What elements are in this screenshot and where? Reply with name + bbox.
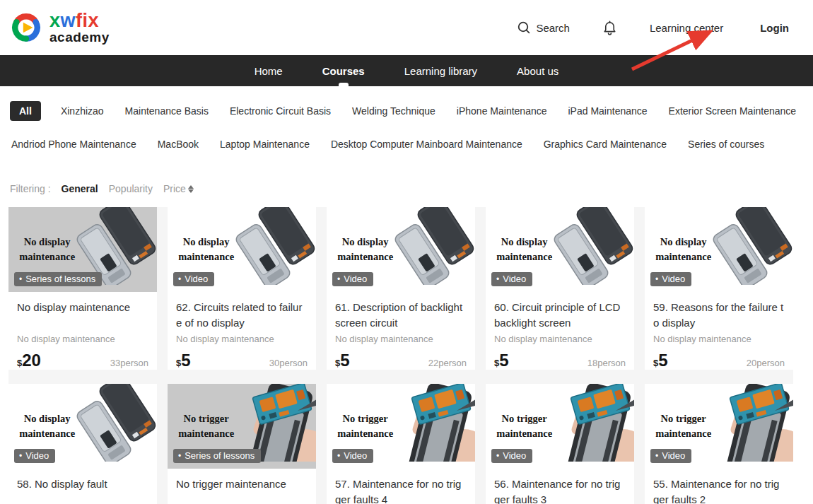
- nav-item-courses[interactable]: Courses: [321, 55, 366, 86]
- course-subtitle: No display maintenance: [494, 334, 626, 344]
- notifications-button[interactable]: [602, 20, 617, 35]
- course-thumbnail: No display maintenance Video: [645, 207, 793, 292]
- course-subtitle: No display maintenance: [335, 334, 467, 344]
- course-card[interactable]: No display maintenance Series of lessons…: [8, 207, 157, 370]
- price-row: $5 20person: [653, 351, 785, 370]
- search-icon: [517, 20, 531, 35]
- search-button[interactable]: Search: [517, 20, 570, 35]
- category-macbook[interactable]: MacBook: [156, 134, 200, 154]
- logo-text: xwfix academy: [49, 11, 110, 45]
- course-card-body: No display maintenance No display mainte…: [8, 292, 157, 370]
- course-card-body: 55. Maintenance for no trigger faults 2 …: [645, 469, 793, 504]
- category-exterior-screen-maintenance[interactable]: Exterior Screen Maintenance: [667, 101, 798, 121]
- price-row: $5 30person: [176, 351, 308, 370]
- course-card-body: 57. Maintenance for no trigger faults 4 …: [327, 469, 475, 504]
- course-type-badge: Video: [332, 449, 373, 463]
- course-thumbnail: No display maintenance Series of lessons: [8, 207, 157, 292]
- header-actions: Search Learning center Login: [517, 20, 789, 35]
- category-graphics-card-maintenance[interactable]: Graphics Card Maintenance: [542, 134, 668, 154]
- course-enrollment: 20person: [747, 358, 785, 368]
- brand-name: xwfix: [49, 11, 110, 30]
- nav-item-home[interactable]: Home: [253, 55, 284, 86]
- course-title: 58. No display fault: [17, 476, 148, 504]
- course-type-badge: Video: [491, 449, 532, 463]
- course-card-body: No trigger maintenance No trigger mainte…: [168, 469, 316, 504]
- category-ipad-maintenance[interactable]: iPad Maintenance: [567, 101, 649, 121]
- brand-hexagon-icon: [10, 11, 42, 44]
- category-desktop-computer-mainboard-maintenance[interactable]: Desktop Computer Mainboard Maintenance: [329, 134, 524, 154]
- course-card[interactable]: No trigger maintenance Series of lessons…: [168, 384, 316, 504]
- category-welding-technique[interactable]: Welding Technique: [351, 101, 437, 121]
- course-price: $5: [494, 351, 509, 370]
- header: xwfix academy Search Learning center Log…: [0, 0, 813, 55]
- course-card[interactable]: No display maintenance Video 60. Circuit…: [486, 207, 634, 370]
- filter-price[interactable]: Price: [163, 183, 194, 194]
- course-card-body: 59. Reasons for the failure to display N…: [645, 292, 793, 370]
- category-maintenance-basis[interactable]: Maintenance Basis: [124, 101, 210, 121]
- course-type-badge: Series of lessons: [14, 272, 102, 286]
- course-type-badge: Video: [491, 272, 532, 286]
- course-card-body: 58. No display fault No display maintena…: [8, 469, 157, 504]
- course-card-body: 60. Circuit principle of LCD backlight s…: [486, 292, 634, 370]
- category-laptop-maintenance[interactable]: Laptop Maintenance: [218, 134, 311, 154]
- sort-bar: Filtering : GeneralPopularityPrice: [10, 180, 803, 197]
- main-nav: HomeCoursesLearning libraryAbout us: [0, 55, 813, 86]
- course-enrollment: 22person: [428, 358, 467, 368]
- price-row: $5 18person: [494, 351, 626, 370]
- course-thumbnail: No trigger maintenance Video: [327, 384, 475, 469]
- category-filter-bar: AllXinzhizaoMaintenance BasisElectronic …: [10, 101, 803, 154]
- search-label: Search: [536, 22, 570, 34]
- category-electronic-circuit-basis[interactable]: Electronic Circuit Basis: [228, 101, 332, 121]
- course-title: No display maintenance: [17, 300, 148, 331]
- course-thumbnail: No trigger maintenance Video: [645, 384, 793, 469]
- nav-item-learning-library[interactable]: Learning library: [403, 55, 479, 86]
- sort-options: GeneralPopularityPrice: [62, 183, 194, 194]
- course-thumbnail: No trigger maintenance Series of lessons: [168, 384, 316, 469]
- course-card[interactable]: No trigger maintenance Video 57. Mainten…: [327, 384, 475, 504]
- course-card[interactable]: No display maintenance Video 62. Circuit…: [168, 207, 316, 370]
- filter-popularity[interactable]: Popularity: [109, 183, 153, 194]
- course-title: 59. Reasons for the failure to display: [653, 300, 785, 331]
- filtering-label: Filtering :: [10, 183, 51, 194]
- price-row: $20 33person: [17, 351, 148, 370]
- course-type-badge: Video: [332, 272, 373, 286]
- course-price: $5: [176, 351, 191, 370]
- price-row: $5 22person: [335, 351, 467, 370]
- course-enrollment: 33person: [110, 358, 148, 368]
- course-subtitle: No display maintenance: [653, 334, 785, 344]
- category-all[interactable]: All: [10, 101, 41, 121]
- course-subtitle: No display maintenance: [176, 334, 308, 344]
- course-card[interactable]: No display maintenance Video 58. No disp…: [8, 384, 157, 504]
- learning-center-link[interactable]: Learning center: [650, 22, 723, 34]
- category-xinzhizao[interactable]: Xinzhizao: [59, 101, 105, 121]
- login-button[interactable]: Login: [760, 22, 789, 34]
- course-card[interactable]: No trigger maintenance Video 56. Mainten…: [486, 384, 634, 504]
- course-thumbnail: No display maintenance Video: [8, 384, 157, 469]
- course-title: No trigger maintenance: [176, 476, 308, 504]
- bell-icon: [602, 20, 617, 35]
- course-subtitle: No display maintenance: [17, 334, 148, 344]
- filter-general[interactable]: General: [62, 183, 98, 194]
- brand-subtitle: academy: [49, 30, 110, 45]
- course-enrollment: 30person: [269, 358, 308, 368]
- category-series-of-courses[interactable]: Series of courses: [686, 134, 766, 154]
- course-price: $5: [653, 351, 668, 370]
- category-iphone-maintenance[interactable]: iPhone Maintenance: [455, 101, 549, 121]
- course-card-body: 61. Description of backlight screen circ…: [327, 292, 475, 370]
- category-andriod-phone-maintenance[interactable]: Andriod Phone Maintenance: [10, 134, 138, 154]
- course-title: 61. Description of backlight screen circ…: [335, 300, 467, 331]
- course-title: 56. Maintenance for no trigger faults 3: [494, 476, 626, 504]
- course-type-badge: Video: [14, 449, 55, 463]
- course-card[interactable]: No display maintenance Video 61. Descrip…: [327, 207, 475, 370]
- course-title: 55. Maintenance for no trigger faults 2: [653, 476, 785, 504]
- course-grid: No display maintenance Series of lessons…: [8, 207, 793, 504]
- course-thumbnail: No display maintenance Video: [168, 207, 316, 292]
- course-price: $20: [17, 351, 41, 370]
- course-title: 62. Circuits related to failure of no di…: [176, 300, 308, 331]
- logo[interactable]: xwfix academy: [10, 11, 110, 45]
- course-card[interactable]: No display maintenance Video 59. Reasons…: [645, 207, 793, 370]
- nav-item-about-us[interactable]: About us: [515, 55, 560, 86]
- sort-arrows-icon[interactable]: [188, 185, 194, 193]
- course-thumbnail: No trigger maintenance Video: [486, 384, 634, 469]
- course-card[interactable]: No trigger maintenance Video 55. Mainten…: [645, 384, 793, 504]
